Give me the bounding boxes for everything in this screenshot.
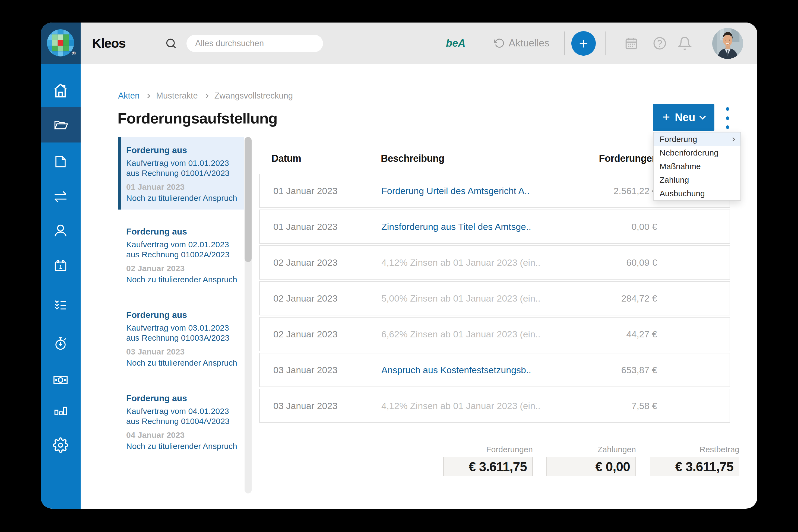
menu-item-nebenforderung[interactable]: Nebenforderung (653, 146, 740, 159)
user-avatar[interactable] (712, 28, 743, 59)
table-row[interactable]: 03 Januar 2023 Anspruch aus Kostenfestse… (259, 353, 730, 387)
calendar-icon[interactable] (624, 36, 639, 51)
logo-block: ® (41, 22, 81, 64)
neu-dropdown-menu: Forderung Nebenforderung Maßnahme Zahlun… (653, 132, 741, 201)
menu-item-zahlung[interactable]: Zahlung (653, 173, 740, 187)
top-bar: Kleos beA Aktuelles + (81, 22, 757, 64)
neu-button-label: Neu (675, 111, 696, 124)
row-description: 6,62% Zinsen ab 01 Januar 2023 (ein.. (381, 318, 540, 351)
plus-icon: + (662, 111, 670, 124)
claim-date: 02 Januar 2023 (126, 264, 241, 273)
menu-item-label: Ausbuchung (660, 189, 705, 198)
menu-item-label: Maßnahme (660, 162, 701, 171)
row-description-link[interactable]: Zinsforderung aus Titel des Amtsge.. (381, 210, 531, 243)
row-date: 03 Januar 2023 (273, 354, 337, 386)
help-icon[interactable] (652, 36, 667, 51)
table-row[interactable]: 02 Januar 2023 5,00% Zinsen ab 01 Januar… (259, 281, 730, 316)
sidebar-item-tasks-icon[interactable] (53, 298, 69, 313)
claim-list-item[interactable]: Forderung aus Kaufvertrag vom 01.01.2023… (118, 137, 244, 210)
row-amount: 44,27 € (626, 318, 657, 351)
row-description-link[interactable]: Anspruch aus Kostenfestsetzungsb.. (381, 354, 531, 386)
chevron-right-icon (204, 93, 208, 98)
row-date: 03 Januar 2023 (273, 389, 337, 422)
column-header-datum: Datum (271, 153, 301, 164)
app-window: ® 1 (41, 22, 757, 509)
chevron-right-icon (146, 93, 150, 98)
row-date: 02 Januar 2023 (273, 246, 337, 279)
row-description: 5,00% Zinsen ab 01 Januar 2023 (ein.. (381, 282, 540, 315)
column-header-forderungen: Forderungen (599, 153, 658, 164)
sidebar-item-settings-icon[interactable] (53, 437, 69, 453)
sidebar-item-reports-icon[interactable] (53, 402, 69, 418)
claim-line: Kaufvertrag vom 03.01.2023 (126, 323, 241, 333)
row-amount: 0,00 € (631, 210, 657, 243)
row-description: 4,12% Zinsen ab 01 Januar 2023 (ein.. (381, 246, 540, 279)
aktuelles-button[interactable]: Aktuelles (494, 22, 549, 64)
breadcrumb-musterakte[interactable]: Musterakte (156, 91, 197, 101)
registered-mark: ® (72, 51, 76, 56)
menu-item-massnahme[interactable]: Maßnahme (653, 159, 740, 173)
summary-value-forderungen: € 3.611,75 (443, 457, 533, 476)
table-row[interactable]: 01 Januar 2023 Zinsforderung aus Titel d… (259, 210, 730, 244)
sidebar-item-akten-folder-icon[interactable] (53, 117, 69, 133)
claim-list-item[interactable]: Forderung aus Kaufvertrag vom 02.01.2023… (118, 218, 244, 284)
sidebar-item-calendar-icon[interactable]: 1 (53, 258, 69, 274)
bea-link[interactable]: beA (446, 22, 466, 64)
summary-label-forderungen: Forderungen (443, 445, 533, 454)
chevron-right-icon (731, 137, 735, 141)
sidebar-item-payments-icon[interactable] (53, 372, 69, 388)
page-title: Forderungsaufstellung (117, 109, 278, 127)
create-new-button[interactable]: + (571, 31, 596, 56)
table-row[interactable]: 03 Januar 2023 4,12% Zinsen ab 01 Januar… (259, 389, 730, 423)
claim-status: Noch zu titulierender Anspruch (126, 442, 241, 451)
list-scrollbar-thumb[interactable] (245, 137, 252, 262)
claim-list-item[interactable]: Forderung aus Kaufvertrag vom 04.01.2023… (118, 385, 244, 451)
sidebar-item-timer-icon[interactable] (53, 336, 69, 351)
menu-item-ausbuchung[interactable]: Ausbuchung (653, 187, 740, 200)
menu-item-label: Zahlung (660, 175, 689, 185)
overflow-menu-button[interactable] (724, 107, 731, 129)
claim-date: 03 Januar 2023 (126, 347, 241, 356)
row-amount: 7,58 € (631, 389, 657, 422)
sidebar-item-contacts-icon[interactable] (53, 223, 69, 239)
breadcrumb-zwangsvollstreckung[interactable]: Zwangsvollstreckung (214, 91, 293, 101)
app-title: Kleos (92, 22, 126, 64)
list-scrollbar-track (245, 137, 252, 493)
row-amount: 653,87 € (621, 354, 657, 386)
summary-label-restbetrag: Restbetrag (650, 445, 739, 454)
column-header-beschreibung: Beschreibung (381, 153, 444, 164)
chevron-down-icon (699, 113, 706, 119)
sidebar-item-home-icon[interactable] (53, 83, 69, 99)
claim-line: aus Rechnung 01003A/2023 (126, 333, 241, 343)
plus-icon: + (579, 36, 588, 51)
table-row[interactable]: 02 Januar 2023 4,12% Zinsen ab 01 Januar… (259, 245, 730, 280)
sidebar-item-transfers-icon[interactable] (53, 189, 69, 205)
row-amount: 284,72 € (621, 282, 657, 315)
claim-list-item[interactable]: Forderung aus Kaufvertrag vom 03.01.2023… (118, 302, 244, 367)
breadcrumb: Akten Musterakte Zwangsvollstreckung (118, 91, 293, 101)
row-description-link[interactable]: Forderung Urteil des Amtsgericht A.. (381, 174, 530, 207)
claim-line: Kaufvertrag vom 04.01.2023 (126, 406, 241, 416)
row-date: 01 Januar 2023 (273, 210, 337, 243)
search-input[interactable] (187, 35, 323, 52)
summary-value-restbetrag: € 3.611,75 (650, 457, 739, 476)
menu-item-forderung[interactable]: Forderung (653, 132, 740, 146)
breadcrumb-akten[interactable]: Akten (118, 91, 139, 101)
row-amount: 2.561,22 € (613, 174, 657, 207)
menu-item-label: Nebenforderung (660, 148, 719, 157)
summary-value-zahlungen: € 0,00 (546, 457, 636, 476)
sidebar-item-documents-icon[interactable] (53, 154, 69, 169)
claim-title: Forderung aus (126, 310, 241, 320)
neu-button[interactable]: + Neu (653, 104, 715, 131)
claim-title: Forderung aus (126, 393, 241, 403)
refresh-icon (494, 38, 505, 49)
claims-table: 01 Januar 2023 Forderung Urteil des Amts… (259, 174, 730, 424)
table-row[interactable]: 02 Januar 2023 6,62% Zinsen ab 01 Januar… (259, 317, 730, 351)
row-amount: 60,09 € (626, 246, 657, 279)
bell-icon[interactable] (678, 36, 692, 51)
claim-line: aus Rechnung 01001A/2023 (126, 168, 241, 178)
divider (564, 32, 565, 55)
menu-item-label: Forderung (660, 135, 697, 144)
sidebar: ® 1 (41, 22, 81, 509)
claim-title: Forderung aus (126, 145, 241, 155)
